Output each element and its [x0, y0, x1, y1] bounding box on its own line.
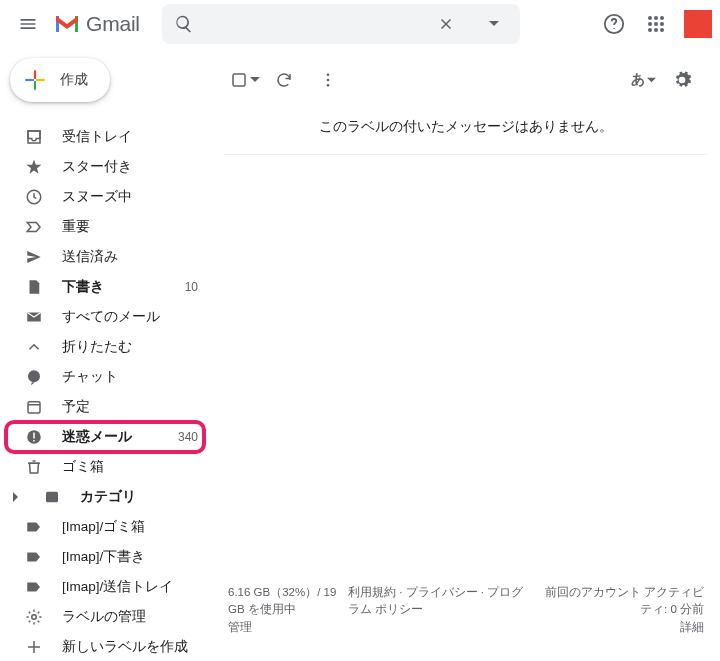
hamburger-icon: [18, 14, 38, 34]
sidebar-item-label: 受信トレイ: [62, 128, 198, 146]
more-button[interactable]: [308, 60, 348, 100]
main-menu-button[interactable]: [6, 2, 50, 46]
sidebar-item-label: 送信済み: [62, 248, 198, 266]
svg-point-2: [648, 16, 652, 20]
calendar-icon: [24, 398, 44, 416]
sidebar-item-settings[interactable]: ラベルの管理: [0, 602, 210, 632]
spam-icon: [24, 428, 44, 446]
input-tools-button[interactable]: あ: [631, 71, 656, 89]
mail-toolbar: あ: [224, 56, 708, 104]
plus-icon: [24, 638, 44, 656]
apps-button[interactable]: [636, 4, 676, 44]
sidebar-item-inbox[interactable]: 受信トレイ: [0, 122, 210, 152]
sidebar-item-spam[interactable]: 迷惑メール340: [0, 422, 210, 452]
sidebar-item-label: すべてのメール: [62, 308, 198, 326]
chat-icon: [24, 368, 44, 386]
inbox-icon: [24, 128, 44, 146]
sidebar-item-category[interactable]: カテゴリ: [0, 482, 210, 512]
sidebar-item-calendar[interactable]: 予定: [0, 392, 210, 422]
sidebar-item-label: [Imap]/下書き: [62, 548, 198, 566]
help-icon: [603, 13, 625, 35]
sidebar-item-label[interactable]: [Imap]/ゴミ箱: [0, 512, 210, 542]
svg-point-5: [648, 22, 652, 26]
label-icon: [24, 518, 44, 536]
gmail-logo-icon: [54, 14, 80, 34]
sidebar-item-label[interactable]: [Imap]/送信トレイ: [0, 572, 210, 602]
svg-point-26: [327, 84, 330, 87]
svg-point-6: [654, 22, 658, 26]
compose-button[interactable]: 作成: [10, 58, 110, 102]
svg-point-4: [660, 16, 664, 20]
caret-down-icon: [647, 76, 656, 85]
caret-down-icon: [250, 75, 260, 85]
sidebar-item-label: 迷惑メール: [62, 428, 156, 446]
svg-point-3: [654, 16, 658, 20]
sidebar-item-clock[interactable]: スヌーズ中: [0, 182, 210, 212]
apps-grid-icon: [647, 15, 665, 33]
sidebar-item-label[interactable]: [Imap]/下書き: [0, 542, 210, 572]
sidebar-item-draft[interactable]: 下書き10: [0, 272, 210, 302]
search-icon: [174, 14, 194, 34]
sidebar-item-label: チャット: [62, 368, 198, 386]
svg-rect-13: [25, 79, 34, 81]
sidebar-item-send[interactable]: 送信済み: [0, 242, 210, 272]
help-button[interactable]: [594, 4, 634, 44]
label-icon: [24, 578, 44, 596]
svg-rect-23: [233, 74, 245, 86]
search-options-button[interactable]: [474, 4, 514, 44]
refresh-icon: [275, 71, 293, 89]
svg-rect-21: [46, 492, 58, 503]
sidebar-item-label: 折りたたむ: [62, 338, 198, 356]
sidebar-item-important[interactable]: 重要: [0, 212, 210, 242]
sidebar-item-label: [Imap]/ゴミ箱: [62, 518, 198, 536]
sidebar-item-count: 10: [174, 280, 198, 294]
settings-button[interactable]: [662, 60, 702, 100]
more-vert-icon: [319, 71, 337, 89]
clock-icon: [24, 188, 44, 206]
input-tools-label: あ: [631, 71, 645, 89]
sidebar-item-count: 340: [174, 430, 198, 444]
sidebar-item-label: 新しいラベルを作成: [62, 638, 198, 656]
caret-down-icon: [489, 19, 499, 29]
sidebar-item-label: ラベルの管理: [62, 608, 198, 626]
svg-point-9: [654, 28, 658, 32]
select-all-checkbox[interactable]: [230, 71, 260, 89]
close-icon: [437, 15, 455, 33]
sidebar-item-label: 重要: [62, 218, 198, 236]
last-activity: 前回のアカウント アクティビティ: 0 分前: [534, 584, 704, 620]
account-avatar[interactable]: [684, 10, 712, 38]
compose-label: 作成: [60, 71, 88, 89]
sidebar-nav: 受信トレイスター付きスヌーズ中重要送信済み下書き10すべてのメール折りたたむチャ…: [0, 122, 210, 661]
sidebar-item-plus[interactable]: 新しいラベルを作成: [0, 632, 210, 661]
sidebar-item-label: ゴミ箱: [62, 458, 198, 476]
storage-usage: 6.16 GB（32%）/ 19 GB を使用中: [228, 584, 338, 620]
sidebar-item-collapse[interactable]: 折りたたむ: [0, 332, 210, 362]
star-icon: [24, 158, 44, 176]
search-bar[interactable]: [162, 4, 520, 44]
sidebar-item-label: 予定: [62, 398, 198, 416]
svg-rect-19: [33, 433, 35, 439]
settings-icon: [24, 608, 44, 626]
svg-rect-14: [36, 79, 45, 81]
sidebar-item-allmail[interactable]: すべてのメール: [0, 302, 210, 332]
sidebar-item-trash[interactable]: ゴミ箱: [0, 452, 210, 482]
search-clear-button[interactable]: [426, 4, 466, 44]
svg-point-8: [648, 28, 652, 32]
gear-icon: [672, 70, 692, 90]
sidebar-item-chat[interactable]: チャット: [0, 362, 210, 392]
sidebar-item-star[interactable]: スター付き: [0, 152, 210, 182]
sidebar-item-label: スヌーズ中: [62, 188, 198, 206]
gmail-logo[interactable]: Gmail: [54, 12, 140, 36]
svg-point-1: [613, 28, 614, 29]
gmail-logo-text: Gmail: [86, 12, 140, 36]
expand-icon: [6, 492, 26, 502]
label-icon: [24, 548, 44, 566]
main-pane: あ このラベルの付いたメッセージはありません。 6.16 GB（32%）/ 19…: [216, 48, 720, 661]
activity-details-link[interactable]: 詳細: [534, 619, 704, 637]
svg-rect-12: [34, 81, 36, 90]
footer-policies[interactable]: 利用規約 · プライバシー · プログラム ポリシー: [348, 584, 524, 620]
sidebar-item-label: スター付き: [62, 158, 198, 176]
svg-rect-20: [33, 440, 35, 442]
storage-manage-link[interactable]: 管理: [228, 619, 338, 637]
refresh-button[interactable]: [264, 60, 304, 100]
